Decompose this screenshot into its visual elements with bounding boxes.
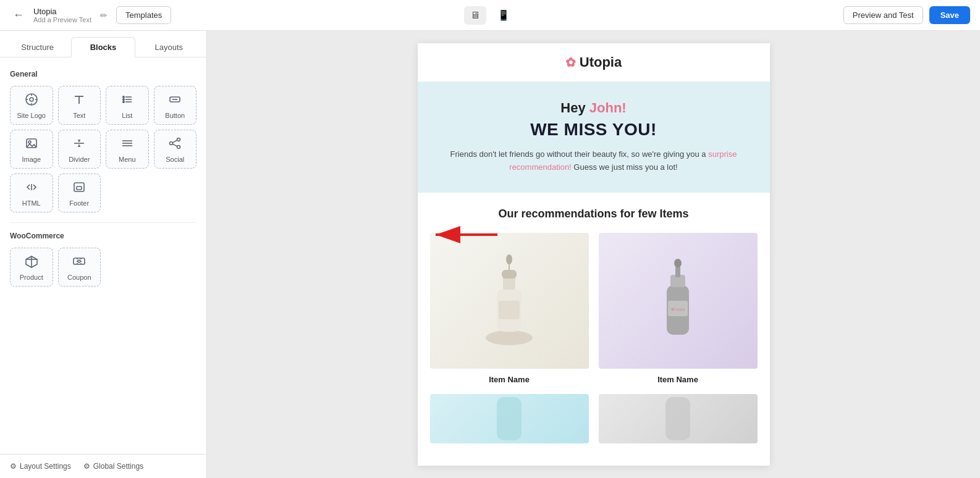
hero-desc-prefix: Friends don't let friends go without the… bbox=[450, 149, 709, 159]
block-product[interactable]: Product bbox=[10, 248, 53, 287]
email-preview: ✿ Utopia Hey John! WE MISS YOU! Friends … bbox=[418, 43, 770, 466]
hero-section: Hey John! WE MISS YOU! Friends don't let… bbox=[418, 82, 770, 193]
svg-rect-30 bbox=[74, 183, 84, 191]
edit-button[interactable]: ✏ bbox=[98, 8, 110, 23]
products-grid: Item Name bbox=[430, 233, 758, 384]
html-icon bbox=[25, 180, 38, 196]
block-coupon-label: Coupon bbox=[67, 274, 91, 281]
svg-rect-34 bbox=[74, 258, 85, 264]
svg-point-50 bbox=[674, 259, 682, 267]
hero-description: Friends don't let friends go without the… bbox=[442, 148, 745, 174]
desktop-icon: 🖥 bbox=[470, 10, 480, 20]
block-image[interactable]: Image bbox=[10, 130, 53, 169]
hero-name: John! bbox=[589, 100, 627, 115]
svg-point-13 bbox=[123, 101, 124, 103]
product-name-2: Item Name bbox=[599, 375, 758, 384]
block-footer[interactable]: Footer bbox=[58, 174, 101, 212]
svg-line-28 bbox=[173, 144, 177, 146]
block-text-label: Text bbox=[73, 112, 85, 119]
global-settings-icon: ⚙ bbox=[83, 462, 90, 471]
product-card-1: Item Name bbox=[430, 233, 589, 384]
block-text[interactable]: Text bbox=[58, 86, 101, 125]
product-image-4 bbox=[599, 394, 758, 443]
hero-headline: WE MISS YOU! bbox=[442, 120, 745, 140]
text-icon bbox=[72, 93, 86, 108]
woocommerce-section-label: WooCommerce bbox=[10, 232, 196, 240]
preview-test-button[interactable]: Preview and Test bbox=[843, 6, 923, 24]
svg-point-1 bbox=[30, 98, 33, 101]
sidebar-footer: ⚙ Layout Settings ⚙ Global Settings bbox=[0, 454, 206, 478]
tab-layouts[interactable]: Layouts bbox=[138, 37, 200, 57]
product-svg-2: ✿ Utopia bbox=[647, 251, 709, 350]
button-icon bbox=[168, 93, 182, 108]
email-header: ✿ Utopia bbox=[418, 43, 770, 82]
block-divider-label: Divider bbox=[69, 156, 90, 163]
global-settings-label: Global Settings bbox=[93, 462, 143, 471]
general-section-label: General bbox=[10, 70, 196, 78]
templates-button[interactable]: Templates bbox=[116, 6, 171, 24]
svg-rect-53 bbox=[497, 397, 522, 440]
block-button[interactable]: Button bbox=[154, 86, 197, 125]
block-footer-label: Footer bbox=[69, 199, 89, 207]
svg-point-40 bbox=[486, 330, 533, 345]
topbar-center: 🖥 📱 bbox=[464, 6, 516, 25]
save-button[interactable]: Save bbox=[929, 6, 970, 24]
tab-blocks[interactable]: Blocks bbox=[71, 37, 135, 57]
block-menu-label: Menu bbox=[119, 156, 136, 163]
svg-point-26 bbox=[177, 146, 180, 149]
block-divider[interactable]: Divider bbox=[58, 130, 101, 169]
sidebar-content: General Site Logo bbox=[0, 57, 206, 454]
block-button-label: Button bbox=[165, 112, 185, 119]
general-blocks-grid: Site Logo Text bbox=[10, 86, 196, 212]
main-area: Structure Blocks Layouts General bbox=[0, 31, 980, 478]
email-title-area: Utopia Add a Preview Text bbox=[33, 7, 91, 23]
desktop-view-button[interactable]: 🖥 bbox=[464, 6, 486, 25]
global-settings-link[interactable]: ⚙ Global Settings bbox=[83, 462, 143, 471]
footer-icon bbox=[72, 180, 86, 196]
coupon-icon bbox=[72, 254, 86, 270]
svg-rect-31 bbox=[77, 187, 82, 190]
hero-desc-suffix: Guess we just miss you a lot! bbox=[572, 162, 678, 172]
block-site-logo[interactable]: Site Logo bbox=[10, 86, 53, 125]
brand-flower-icon: ✿ bbox=[565, 55, 576, 70]
product-card-2: ✿ Utopia Item Name bbox=[599, 233, 758, 384]
product-image-1 bbox=[430, 233, 589, 369]
canvas-area: ✿ Utopia Hey John! WE MISS YOU! Friends … bbox=[207, 31, 980, 478]
topbar-left: ← Utopia Add a Preview Text ✏ Templates bbox=[10, 6, 457, 24]
tab-structure[interactable]: Structure bbox=[6, 37, 69, 57]
block-list[interactable]: List bbox=[106, 86, 149, 125]
mobile-view-button[interactable]: 📱 bbox=[491, 6, 516, 25]
brand-logo: ✿ Utopia bbox=[429, 54, 759, 70]
woocommerce-blocks-grid: Product Coupon bbox=[10, 248, 196, 287]
topbar-right: Preview and Test Save bbox=[523, 6, 970, 24]
product-image-2: ✿ Utopia bbox=[599, 233, 758, 369]
layout-settings-icon: ⚙ bbox=[10, 462, 17, 471]
block-product-label: Product bbox=[20, 274, 43, 281]
block-site-logo-label: Site Logo bbox=[17, 112, 46, 119]
block-social[interactable]: Social bbox=[154, 130, 197, 169]
block-menu[interactable]: Menu bbox=[106, 130, 149, 169]
block-coupon[interactable]: Coupon bbox=[58, 248, 101, 287]
svg-rect-43 bbox=[502, 270, 517, 279]
image-icon bbox=[25, 136, 38, 152]
mobile-icon: 📱 bbox=[497, 10, 510, 20]
svg-rect-54 bbox=[665, 397, 690, 440]
sidebar: Structure Blocks Layouts General bbox=[0, 31, 207, 478]
product-icon bbox=[25, 254, 38, 270]
back-icon: ← bbox=[13, 9, 24, 22]
back-button[interactable]: ← bbox=[10, 7, 27, 24]
block-social-label: Social bbox=[166, 156, 184, 163]
svg-point-24 bbox=[177, 138, 180, 141]
svg-point-11 bbox=[123, 96, 124, 98]
block-html[interactable]: HTML bbox=[10, 174, 53, 212]
layout-settings-link[interactable]: ⚙ Layout Settings bbox=[10, 462, 71, 471]
product-svg-4 bbox=[647, 394, 709, 443]
products-grid-bottom bbox=[430, 394, 758, 450]
social-icon bbox=[168, 136, 182, 152]
product-card-4 bbox=[599, 394, 758, 450]
layout-settings-label: Layout Settings bbox=[20, 462, 71, 471]
menu-icon bbox=[120, 136, 134, 152]
topbar: ← Utopia Add a Preview Text ✏ Templates … bbox=[0, 0, 980, 31]
svg-rect-44 bbox=[499, 301, 520, 319]
svg-point-37 bbox=[78, 260, 80, 262]
